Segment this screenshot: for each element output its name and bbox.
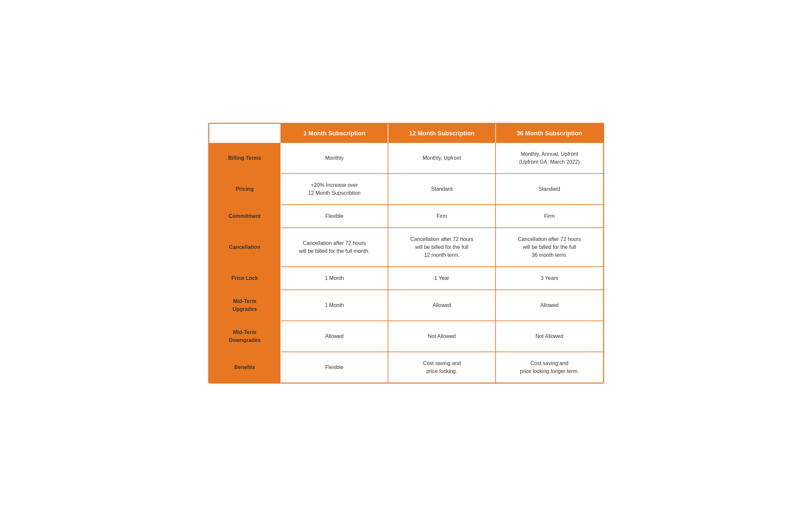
row-0-col1: Monthly: [281, 143, 388, 174]
row-header-3: Cancellation: [209, 228, 281, 267]
row-1-col2: Standard: [388, 174, 496, 205]
comparison-table: 1 Month Subscription 12 Month Subscripti…: [209, 124, 603, 383]
row-7-col2: Cost saving and price locking.: [388, 352, 496, 383]
row-header-5: Mid-Term Upgrades: [209, 290, 281, 321]
row-4-col2: 1 Year: [388, 267, 496, 290]
row-3-col3: Cancellation after 72 hours will be bill…: [496, 228, 603, 267]
row-header-2: Commitment: [209, 205, 281, 228]
row-6-col1: Allowed: [281, 321, 388, 352]
row-2-col2: Firm: [388, 205, 496, 228]
row-2-col3: Firm: [496, 205, 603, 228]
header-col3: 36 Month Subscription: [496, 124, 603, 143]
row-1-col3: Standard: [496, 174, 603, 205]
header-row: 1 Month Subscription 12 Month Subscripti…: [209, 124, 603, 143]
row-4-col3: 3 Years: [496, 267, 603, 290]
header-empty: [209, 124, 281, 143]
row-header-1: Pricing: [209, 174, 281, 205]
row-2-col1: Flexible: [281, 205, 388, 228]
table-row: Mid-Term DowngradesAllowedNot AllowedNot…: [209, 321, 603, 352]
row-header-7: Benefits: [209, 352, 281, 383]
row-6-col2: Not Allowed: [388, 321, 496, 352]
table-row: BenefitsFlexibleCost saving and price lo…: [209, 352, 603, 383]
header-col1: 1 Month Subscription: [281, 124, 388, 143]
table-row: Price Lock1 Month1 Year3 Years: [209, 267, 603, 290]
row-header-4: Price Lock: [209, 267, 281, 290]
row-header-6: Mid-Term Downgrades: [209, 321, 281, 352]
row-header-0: Billing Terms: [209, 143, 281, 174]
row-4-col1: 1 Month: [281, 267, 388, 290]
row-7-col1: Flexible: [281, 352, 388, 383]
header-col2: 12 Month Subscription: [388, 124, 496, 143]
row-0-col3: Monthly, Annual, Upfront (Upfront GA: Ma…: [496, 143, 603, 174]
row-6-col3: Not Allowed: [496, 321, 603, 352]
row-1-col1: +20% Increase over 12 Month Supscribtion: [281, 174, 388, 205]
row-5-col1: 1 Month: [281, 290, 388, 321]
table-row: Billing TermsMonthlyMonthly, UpfrontMont…: [209, 143, 603, 174]
row-5-col3: Allowed: [496, 290, 603, 321]
table-row: CommitmentFlexibleFirmFirm: [209, 205, 603, 228]
table-row: Pricing+20% Increase over 12 Month Supsc…: [209, 174, 603, 205]
row-3-col2: Cancellation after 72 hours will be bill…: [388, 228, 496, 267]
comparison-table-wrapper: 1 Month Subscription 12 Month Subscripti…: [208, 123, 604, 384]
row-3-col1: Cancellation after 72 hours will be bill…: [281, 228, 388, 267]
table-row: Mid-Term Upgrades1 MonthAllowedAllowed: [209, 290, 603, 321]
row-5-col2: Allowed: [388, 290, 496, 321]
row-7-col3: Cost saving and price locking longer ter…: [496, 352, 603, 383]
row-0-col2: Monthly, Upfront: [388, 143, 496, 174]
table-row: CancellationCancellation after 72 hours …: [209, 228, 603, 267]
